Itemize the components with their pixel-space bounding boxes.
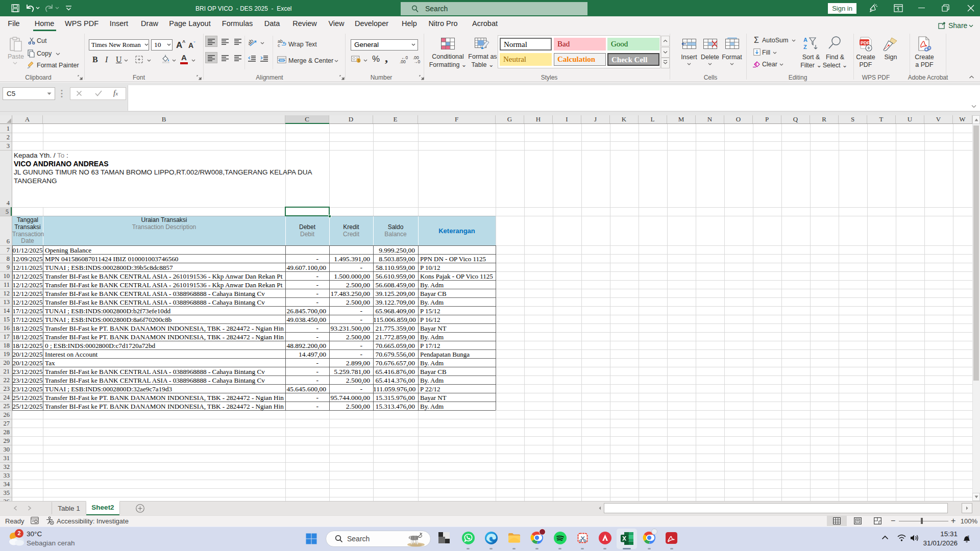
- svg-text:Z: Z: [803, 44, 807, 50]
- svg-text:A: A: [803, 37, 807, 43]
- svg-text:.00: .00: [400, 59, 406, 64]
- svg-text:z: z: [967, 534, 969, 539]
- svg-text:$: $: [358, 59, 360, 62]
- svg-text:c: c: [278, 43, 280, 47]
- svg-text:PDF: PDF: [861, 40, 870, 45]
- svg-text:→0: →0: [413, 59, 421, 64]
